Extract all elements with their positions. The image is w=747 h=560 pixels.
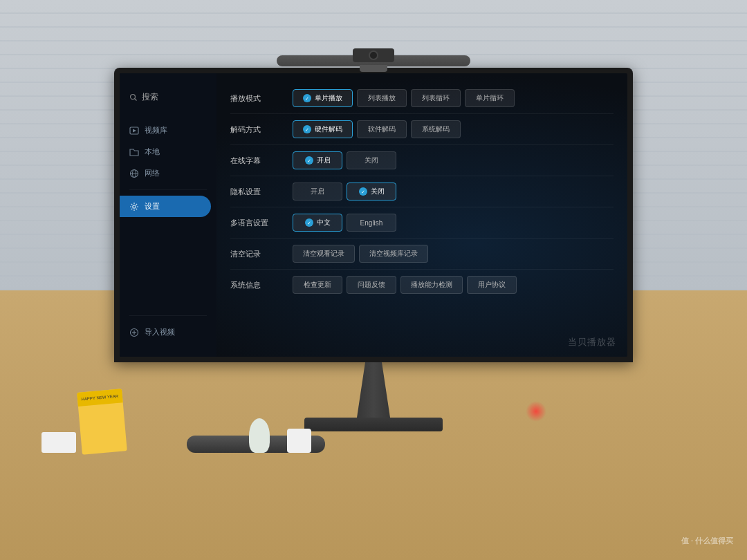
settings-row-privacy: 隐私设置 开启 关闭	[230, 179, 614, 204]
label-subtitle-off: 关闭	[365, 156, 378, 165]
options-privacy: 开启 关闭	[293, 183, 396, 200]
label-play-mode: 播放模式	[230, 93, 293, 104]
divider-4	[230, 207, 614, 207]
check-single-play	[303, 94, 311, 102]
option-system-decode[interactable]: 系统解码	[411, 120, 461, 138]
option-subtitle-off[interactable]: 关闭	[347, 151, 396, 169]
label-privacy: 隐私设置	[230, 187, 293, 197]
search-label: 搜索	[142, 91, 158, 103]
settings-row-decode: 解码方式 硬件解码 软件解码 系统解码	[230, 117, 614, 142]
option-single-loop[interactable]: 单片循环	[465, 89, 515, 107]
label-feedback: 问题反馈	[358, 280, 385, 290]
svg-point-0	[131, 94, 136, 99]
label-list-play: 列表播放	[368, 93, 396, 103]
option-privacy-off[interactable]: 关闭	[347, 183, 396, 200]
webcam	[353, 48, 394, 62]
option-clear-library[interactable]: 清空视频库记录	[359, 245, 428, 263]
settings-row-clear: 清空记录 清空观看记录 清空视频库记录	[230, 241, 614, 266]
desk-objects: HAPPY NEW YEAR	[0, 290, 747, 560]
sidebar-search[interactable]: 搜索	[120, 87, 216, 107]
label-privacy-off: 关闭	[371, 187, 385, 196]
desk-white-box	[42, 432, 76, 453]
desk-calendar: HAPPY NEW YEAR	[77, 389, 127, 454]
sidebar-item-video-library[interactable]: 视频库	[120, 120, 211, 141]
check-hardware-decode	[303, 125, 311, 133]
sidebar-divider	[129, 189, 207, 190]
label-english: English	[360, 219, 383, 227]
label-subtitle-on: 开启	[317, 156, 331, 165]
sidebar-item-local[interactable]: 本地	[120, 141, 211, 162]
option-subtitle-on[interactable]: 开启	[293, 151, 342, 169]
divider-2	[230, 144, 614, 145]
sidebar-label-video-library: 视频库	[145, 125, 167, 136]
option-privacy-on[interactable]: 开启	[293, 183, 342, 200]
label-clear-library: 清空视频库记录	[369, 249, 418, 259]
label-single-loop: 单片循环	[476, 93, 504, 103]
option-single-play[interactable]: 单片播放	[293, 89, 353, 107]
bottom-brand: 值 · 什么值得买	[681, 536, 733, 546]
label-software-decode: 软件解码	[368, 124, 396, 134]
sidebar-item-settings[interactable]: 设置	[120, 196, 211, 217]
label-subtitle: 在线字幕	[230, 156, 293, 166]
check-subtitle-on	[305, 156, 313, 165]
options-play-mode: 单片播放 列表播放 列表循环 单片循环	[293, 89, 515, 107]
search-icon	[129, 93, 138, 102]
options-clear: 清空观看记录 清空视频库记录	[293, 245, 428, 263]
option-list-loop[interactable]: 列表循环	[411, 89, 461, 107]
sidebar-label-local: 本地	[145, 147, 160, 157]
option-software-decode[interactable]: 软件解码	[357, 120, 407, 138]
option-list-play[interactable]: 列表播放	[357, 89, 407, 107]
options-subtitle: 开启 关闭	[293, 151, 396, 169]
divider-6	[230, 269, 614, 270]
check-privacy-off	[359, 187, 367, 196]
divider-3	[230, 176, 614, 176]
options-language: 中文 English	[293, 214, 396, 232]
label-system-decode: 系统解码	[422, 124, 450, 134]
label-list-loop: 列表循环	[422, 93, 450, 103]
settings-row-subtitle: 在线字幕 开启 关闭	[230, 148, 614, 173]
sidebar-label-settings: 设置	[145, 201, 160, 212]
option-clear-watch[interactable]: 清空观看记录	[293, 245, 355, 263]
settings-icon	[129, 202, 139, 212]
svg-line-1	[135, 98, 137, 100]
option-english[interactable]: English	[347, 214, 396, 232]
label-system: 系统信息	[230, 280, 293, 290]
label-chinese: 中文	[317, 218, 331, 227]
network-icon	[129, 169, 139, 178]
label-check-update: 检查更新	[304, 280, 331, 290]
label-language: 多语言设置	[230, 218, 293, 228]
settings-row-language: 多语言设置 中文 English	[230, 210, 614, 235]
label-hardware-decode: 硬件解码	[315, 124, 342, 134]
option-chinese[interactable]: 中文	[293, 214, 342, 232]
divider-1	[230, 113, 614, 114]
svg-marker-3	[133, 129, 136, 132]
settings-grid: 播放模式 单片播放 列表播放 列表循环	[230, 86, 614, 297]
settings-row-play-mode: 播放模式 单片播放 列表播放 列表循环	[230, 86, 614, 111]
desk-calendar-top: HAPPY NEW YEAR	[77, 389, 122, 407]
desk-figurine	[249, 418, 270, 453]
sidebar-label-network: 网络	[145, 168, 160, 178]
label-clear-watch: 清空观看记录	[303, 249, 344, 259]
label-privacy-on: 开启	[311, 187, 324, 196]
label-playback-test: 播放能力检测	[411, 280, 452, 290]
label-clear: 清空记录	[230, 249, 293, 259]
check-chinese	[305, 218, 313, 227]
label-single-play: 单片播放	[315, 93, 342, 103]
svg-point-7	[133, 205, 136, 207]
options-decode: 硬件解码 软件解码 系统解码	[293, 120, 461, 138]
sidebar-item-network[interactable]: 网络	[120, 162, 211, 184]
label-user-agreement: 用户协议	[478, 280, 506, 290]
video-icon	[129, 126, 139, 136]
folder-icon	[129, 147, 139, 157]
desk-camera	[287, 429, 311, 453]
divider-5	[230, 238, 614, 239]
option-hardware-decode[interactable]: 硬件解码	[293, 120, 353, 138]
rgb-light	[526, 401, 546, 422]
label-decode: 解码方式	[230, 124, 293, 135]
